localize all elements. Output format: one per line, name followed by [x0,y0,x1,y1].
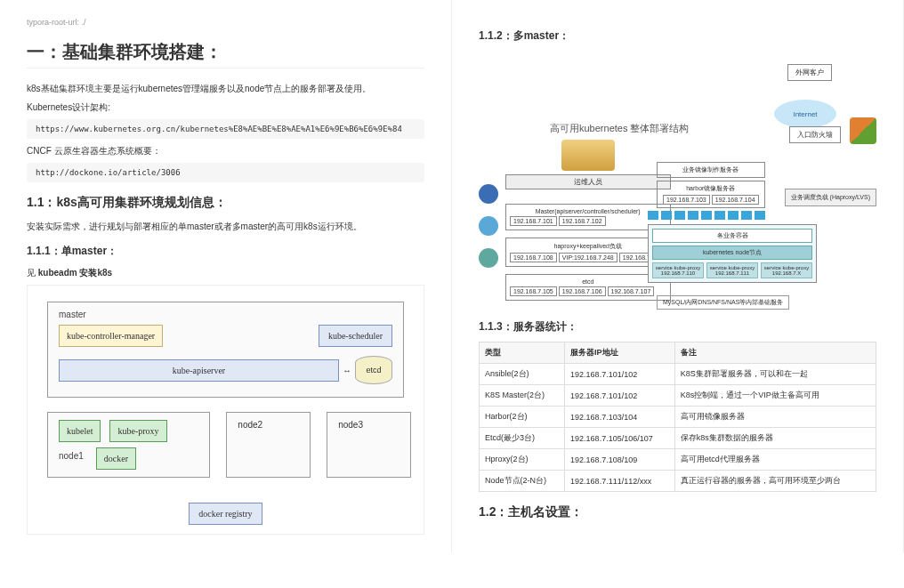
left-cluster: 运维人员 Master(apiserver/controller/schedul… [505,140,671,301]
typora-meta: typora-root-url: ./ [27,18,424,27]
icon-stack [479,184,498,268]
mysql-label: MySQL/内网DNS/NFS/NAS等内部基础服务 [657,295,789,310]
kubernetes-icon [479,184,498,204]
intro-1: k8s基础集群环境主要是运行kubernetes管理端服务以及node节点上的服… [27,82,424,95]
node2-section: node2 [226,412,311,478]
mm-title: 高可用kubernetes 整体部署结构 [550,122,689,135]
heading-1-1: 1.1：k8s高可用集群环境规划信息： [27,195,424,211]
server-table: 类型 服务器IP地址 备注 Ansible(2台)192.168.7.101/1… [479,342,876,492]
wheel-icon [479,216,498,236]
page-left: typora-root-url: ./ 一：基础集群环境搭建： k8s基础集群环… [0,0,452,552]
p-1-1-1: 见 见 kubeadm 安装k8skubeadm 安装k8s [27,266,424,279]
arrow-icon: ↔ [343,366,351,375]
table-row: Harbor(2台)192.168.7.103/104高可用镜像服务器 [480,407,876,428]
heading-1: 一：基础集群环境搭建： [27,40,424,68]
docker-icons-row [648,211,765,220]
pod-box: service kube-proxy 192.168.7.111 [706,262,758,278]
kube-apiserver-box: kube-apiserver [59,359,339,382]
svc-repo-box: 业务镜像制作服务器 [657,162,765,178]
table-row: Etcd(最少3台)192.168.7.105/106/107保存k8s集群数据… [480,428,876,449]
internet-cloud: Internet [774,100,836,128]
lb-box: 业务调度负载 (Haproxy/LVS) [785,189,876,206]
code-url-1: https://www.kubernetes.org.cn/kubernetes… [27,119,424,139]
heading-1-1-2: 1.1.2：多master： [479,28,876,44]
firewall-icon [850,117,876,144]
node3-section: node3 [327,412,411,478]
intro-2: Kubernetes设计架构: [27,101,424,114]
haproxy-box: haproxy+keepalived负载 192.168.7.108 VIP:1… [505,238,671,267]
heading-1-2: 1.2：主机名设置： [479,504,876,520]
heading-1-1-1: 1.1.1：单master： [27,244,424,259]
intro-3: CNCF 云原生容器生态系统概要： [27,144,424,157]
right-cluster: 业务镜像制作服务器 harbor镜像服务器 192.168.7.103 192.… [657,162,765,208]
master-section: master kube-controller-manager kube-sche… [47,302,404,398]
docker-icon [648,211,658,220]
table-row: Node节点(2-N台)192.168.7.111/112/xxx真正运行容器的… [480,471,876,492]
p-1-1: 安装实际需求，进行规划与部署相应的单master或者多master的高可用k8s… [27,220,424,233]
single-master-diagram: master kube-controller-manager kube-sche… [27,285,424,535]
master-box: Master(apiserver/controller/scheduler) 1… [505,204,671,230]
external-client-box: 外网客户 [787,64,832,81]
node-area: 各业务容器 kubernetes node节点 service kube-pro… [648,224,817,283]
ops-image [561,140,615,171]
multi-master-diagram: 高可用kubernetes 整体部署结构 外网客户 Internet 入口防火墙… [479,51,876,309]
docker-registry-box: docker registry [189,503,262,525]
page-right: 1.1.2：多master： 高可用kubernetes 整体部署结构 外网客户… [452,0,904,552]
node-title: kubernetes node节点 [652,246,812,260]
table-row: K8S Master(2台)192.168.7.101/102K8s控制端，通过… [480,385,876,407]
kube-controller-manager-box: kube-controller-manager [59,325,163,347]
kube-scheduler-box: kube-scheduler [319,325,392,347]
etcd-icon [479,248,498,268]
firewall-box: 入口防火墙 [789,126,841,143]
etcd-cluster-box: etcd 192.168.7.105 192.168.7.106 192.168… [505,274,671,301]
etcd-box: etcd [355,356,392,384]
kube-proxy-box: kube-proxy [109,420,166,442]
pod-box: service kube-proxy 192.168.7.X [761,262,812,278]
ops-label: 运维人员 [505,174,671,189]
heading-1-1-3: 1.1.3：服务器统计： [479,319,876,334]
table-row: Ansible(2台)192.168.7.101/102K8S集群部署服务器，可… [480,364,876,385]
code-url-2: http://dockone.io/article/3006 [27,163,424,182]
kubelet-box: kubelet [59,420,101,442]
pod-box: service kube-proxy 192.168.7.110 [652,262,704,278]
harbor-box: harbor镜像服务器 192.168.7.103 192.168.7.104 [657,181,765,208]
node1-section: kubelet kube-proxy node1 docker [47,412,210,478]
table-row: Hproxy(2台)192.168.7.108/109高可用etcd代理服务器 [480,449,876,471]
docker-box: docker [96,447,136,470]
